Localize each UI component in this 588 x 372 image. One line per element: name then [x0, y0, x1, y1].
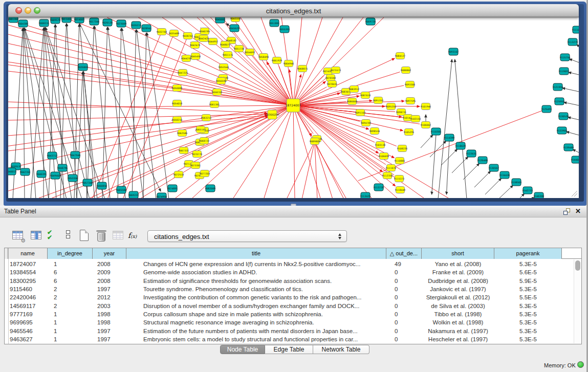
table-row[interactable]: 911546021997Tourette syndrome. Phenomeno… [5, 285, 570, 293]
network-canvas[interactable]: 9001363900438590082319009579901145190140… [8, 17, 579, 198]
column-header-out_de[interactable]: △ out_de... [386, 248, 422, 259]
svg-text:9098534: 9098534 [369, 130, 380, 133]
svg-text:9074950: 9074950 [157, 195, 167, 198]
svg-text:9113425: 9113425 [360, 195, 371, 198]
svg-text:9087618: 9087618 [360, 94, 371, 97]
svg-text:9074891: 9074891 [167, 187, 178, 190]
show-column-icon[interactable] [30, 229, 43, 243]
cell-title: Disruption of a novel member of a sodium… [126, 302, 386, 310]
table-select-value: citations_edges.txt [154, 233, 209, 240]
svg-text:9056596: 9056596 [216, 80, 227, 82]
svg-text:9028941: 9028941 [141, 27, 152, 30]
tab-node-table[interactable]: Node Table [220, 345, 265, 354]
table-row[interactable]: 977716911998Corpus callosum shape and si… [5, 310, 570, 318]
svg-text:9048071: 9048071 [220, 43, 231, 46]
import-table-icon[interactable] [112, 229, 125, 243]
cell-short: Stergiakouli et al. (2012) [422, 293, 494, 301]
cell-pagerank: 5.5E-5 [494, 293, 562, 301]
memory-status-icon [577, 361, 584, 368]
svg-text:9110305: 9110305 [431, 130, 442, 133]
svg-text:9130528: 9130528 [558, 115, 569, 118]
svg-text:9001363: 9001363 [8, 18, 18, 20]
row-options-icon[interactable] [61, 229, 75, 243]
svg-text:9103138: 9103138 [375, 144, 386, 146]
cell-name: 9777169 [8, 310, 48, 318]
svg-text:9048796: 9048796 [57, 167, 68, 169]
cell-year: 2008 [93, 277, 126, 285]
svg-text:9089805: 9089805 [310, 140, 320, 143]
column-header-pagerank[interactable]: pagerank [494, 248, 562, 259]
svg-text:9125953: 9125953 [554, 100, 565, 103]
cell-name: 19384554 [8, 268, 48, 276]
close-panel-icon[interactable]: ✕ [575, 207, 581, 215]
cell-short: Nakamura et al. (1997) [422, 327, 494, 335]
tab-edge-table[interactable]: Edge Table [265, 345, 313, 354]
table-row[interactable]: 946362711997Embryonic stem cells: a mode… [5, 335, 570, 343]
cell-pagerank: 5.3E-5 [494, 335, 562, 343]
node-table: namein_degreeyeartitle△ out_de...shortpa… [4, 248, 582, 344]
column-header-name[interactable]: name [8, 248, 48, 259]
cell-name: 9699695 [8, 318, 48, 326]
svg-text:9045625: 9045625 [229, 27, 240, 30]
table-select-dropdown[interactable]: citations_edges.txt [147, 230, 347, 242]
cell-short: Dudbridge et al. (2008) [422, 277, 494, 285]
svg-text:9058702: 9058702 [212, 91, 223, 94]
svg-text:9040785: 9040785 [200, 30, 210, 33]
cell-title: Changes of HCN gene expression and I(f) … [126, 260, 386, 268]
float-panel-icon[interactable] [563, 208, 570, 215]
svg-text:9112356: 9112356 [382, 174, 393, 177]
new-table-icon[interactable] [78, 229, 91, 243]
svg-text:9055393: 9055393 [279, 28, 290, 31]
cell-title: Investigating the contribution of common… [126, 293, 386, 301]
window-title-bar[interactable]: citations_edges.txt [8, 4, 579, 17]
dropdown-arrows-icon [338, 233, 341, 239]
column-header-short[interactable]: short [422, 248, 494, 259]
table-row[interactable]: 1830029562008Estimation of significance … [5, 277, 570, 285]
cell-out_de: 0 [386, 302, 422, 310]
svg-text:9106662: 9106662 [421, 124, 431, 126]
table-row[interactable]: 1456911722003Disruption of a novel membe… [5, 302, 570, 310]
svg-text:9097595: 9097595 [405, 100, 416, 102]
column-header-in_degree[interactable]: in_degree [48, 248, 93, 259]
svg-text:9051881: 9051881 [269, 22, 280, 25]
table-panel-header: Table Panel ✕ [0, 206, 588, 217]
cell-in_degree: 2 [48, 302, 93, 310]
delete-table-icon[interactable] [95, 229, 108, 243]
svg-text:9088862: 9088862 [401, 69, 411, 72]
svg-text:9134438: 9134438 [499, 174, 510, 177]
svg-text:18724007: 18724007 [286, 103, 301, 107]
table-row[interactable]: 1938455462009Genome-wide association stu… [5, 268, 570, 276]
cell-year: 1998 [93, 310, 126, 318]
table-scrollbar-thumb[interactable] [575, 260, 580, 271]
row-header-corner [5, 248, 8, 259]
function-builder-icon[interactable]: f(x) [128, 231, 141, 244]
svg-text:9047946: 9047946 [70, 154, 81, 157]
svg-text:9061929: 9061929 [272, 59, 282, 62]
column-header-year[interactable]: year [93, 248, 126, 259]
table-row[interactable]: 1872400712008Changes of HCN gene express… [5, 260, 570, 268]
cell-title: Genome-wide association studies in ADHD. [126, 268, 386, 276]
svg-text:9118449: 9118449 [395, 189, 406, 191]
select-rows-icon[interactable]: ✔✔ [47, 230, 60, 243]
svg-text:9035489: 9035489 [169, 32, 180, 35]
table-row[interactable]: 946554611997Estimation of the future num… [5, 327, 570, 335]
cell-year: 2003 [93, 302, 126, 310]
tab-network-table[interactable]: Network Table [313, 345, 369, 354]
window-title: citations_edges.txt [8, 7, 579, 15]
cell-title: Structural magnetic resonance image aver… [126, 318, 386, 326]
cell-pagerank: 5.9E-5 [494, 277, 562, 285]
svg-text:9038763: 9038763 [183, 35, 193, 37]
svg-text:9113720: 9113720 [374, 186, 384, 189]
cell-pagerank: 5.3E-5 [494, 318, 562, 326]
table-settings-icon[interactable]: ⚙ [11, 229, 25, 243]
column-header-title[interactable]: title [126, 248, 386, 259]
resize-grip-icon[interactable] [571, 190, 578, 197]
svg-text:9070770: 9070770 [192, 153, 203, 156]
table-row[interactable]: 2242004622012Investigating the contribut… [5, 293, 570, 301]
table-scrollbar[interactable] [574, 259, 581, 343]
svg-text:9072518: 9072518 [173, 173, 184, 176]
cell-name: 9463627 [8, 335, 48, 343]
table-row[interactable]: 969969511998Structural magnetic resonanc… [5, 318, 570, 326]
svg-text:9023009: 9023009 [116, 23, 127, 25]
cell-short: Tibbo et al. (1998) [422, 310, 494, 318]
